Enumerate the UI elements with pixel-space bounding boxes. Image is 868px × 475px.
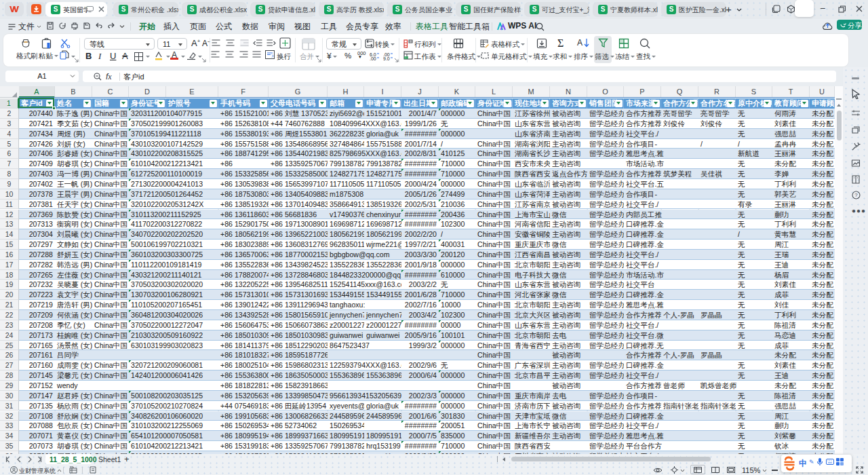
svg-text:?: ?: [854, 192, 858, 198]
